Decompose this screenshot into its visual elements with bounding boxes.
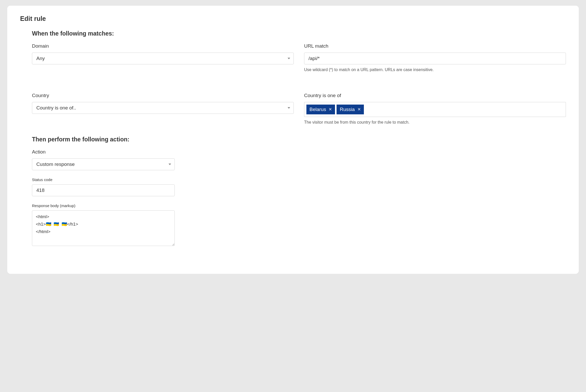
country-mode-label: Country: [32, 93, 294, 98]
remove-tag-icon[interactable]: ✕: [329, 107, 332, 112]
url-match-help: Use wildcard (*) to match on a URL patte…: [304, 67, 566, 72]
tag-label: Belarus: [309, 107, 326, 112]
country-mode-field: Country Country is one of..: [32, 93, 294, 125]
domain-field: Domain Any: [32, 43, 294, 72]
response-body-input[interactable]: [32, 210, 175, 246]
page-title: Edit rule: [20, 15, 566, 22]
action-field: Action Custom response: [32, 149, 175, 170]
domain-label: Domain: [32, 43, 294, 49]
spacer: [32, 79, 566, 86]
country-mode-select[interactable]: Country is one of..: [32, 102, 294, 114]
country-mode-select-value: Country is one of..: [36, 105, 76, 111]
url-match-input[interactable]: [304, 53, 566, 64]
match-section-heading: When the following matches:: [20, 30, 566, 37]
edit-rule-card: Edit rule When the following matches: Do…: [7, 6, 579, 274]
response-body-field: Response body (markup): [32, 203, 175, 247]
tag-label: Russia: [340, 107, 355, 112]
country-values-label: Country is one of: [304, 93, 566, 98]
remove-tag-icon[interactable]: ✕: [357, 107, 361, 112]
domain-select-value: Any: [36, 55, 45, 62]
status-code-field: Status code: [32, 177, 175, 196]
status-code-label: Status code: [32, 177, 175, 182]
url-match-field: URL match Use wildcard (*) to match on a…: [304, 43, 566, 72]
country-tag-input[interactable]: Belarus ✕ Russia ✕: [304, 102, 566, 117]
country-tag: Belarus ✕: [306, 105, 335, 114]
country-tag: Russia ✕: [337, 105, 364, 114]
action-section-heading: Then perform the following action:: [20, 136, 566, 143]
country-values-help: The visitor must be from this country fo…: [304, 120, 566, 125]
match-form: Domain Any URL match Use wildcard (*) to…: [20, 43, 566, 125]
action-form: Action Custom response Status code Respo…: [20, 149, 175, 247]
action-label: Action: [32, 149, 175, 155]
action-select[interactable]: Custom response: [32, 158, 175, 170]
url-match-label: URL match: [304, 43, 566, 49]
response-body-label: Response body (markup): [32, 203, 175, 208]
status-code-input[interactable]: [32, 184, 175, 196]
country-values-field: Country is one of Belarus ✕ Russia ✕ The…: [304, 93, 566, 125]
domain-select[interactable]: Any: [32, 53, 294, 64]
action-select-value: Custom response: [36, 161, 75, 167]
